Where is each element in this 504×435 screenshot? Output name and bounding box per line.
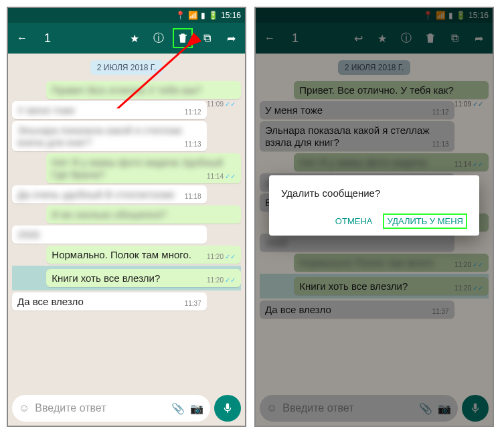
status-time: 15:16: [221, 11, 241, 20]
message-time: 11:20✓✓: [207, 276, 236, 284]
delete-for-me-button[interactable]: УДАЛИТЬ У МЕНЯ: [383, 213, 467, 229]
message-bubble[interactable]: Книги хоть все влезли?11:20✓✓: [46, 269, 241, 287]
message-input[interactable]: ☺ Введите ответ 📎 📷: [12, 395, 210, 422]
read-ticks-icon: ✓✓: [225, 253, 236, 260]
star-icon[interactable]: ★: [124, 28, 145, 48]
message-time: 11:12: [185, 108, 201, 116]
message-time: 11:09✓✓: [207, 100, 236, 108]
selection-toolbar: ← 1 ★ ⓘ ⧉ ➦: [8, 23, 245, 54]
dialog-title: Удалить сообщение?: [281, 187, 467, 199]
status-bar: 📍 📶 ▮ 🔋 15:16: [8, 8, 245, 23]
message-bubble[interactable]: 2500: [12, 226, 207, 244]
message-text: 2500: [17, 229, 39, 240]
location-icon: 📍: [175, 11, 185, 20]
message-time: 11:18: [185, 193, 201, 200]
forward-icon[interactable]: ➦: [221, 28, 241, 48]
battery-icon: 🔋: [208, 11, 218, 20]
message-text: Привет Все отлично У тебя как?: [52, 84, 201, 96]
mic-button[interactable]: [214, 395, 241, 422]
read-ticks-icon: ✓✓: [225, 100, 236, 108]
phone-screen-right: 📍 📶 ▮ 🔋 15:16 ← 1 ↩ ★ ⓘ ⧉ ➦ 2 ИЮЛЯ 2018 …: [254, 7, 494, 427]
message-time: 11:20✓✓: [207, 253, 236, 260]
phone-screen-left: 📍 📶 ▮ 🔋 15:16 ← 1 ★ ⓘ ⧉ ➦ 2 ИЮЛЯ 2018 Г.…: [7, 7, 246, 427]
attach-icon[interactable]: 📎: [171, 402, 185, 415]
message-bubble[interactable]: Эльнара показала какой я стеллаж взяла д…: [12, 121, 207, 151]
message-bubble[interactable]: У меня тоже11:12: [12, 101, 207, 119]
message-time: 11:37: [185, 300, 201, 307]
message-bubble[interactable]: Нормально. Полок там много.11:20✓✓: [46, 246, 241, 264]
message-text: Да очень удобный В стоплитхоме: [17, 189, 175, 200]
back-arrow-icon[interactable]: ←: [12, 28, 32, 48]
camera-icon[interactable]: 📷: [190, 402, 203, 415]
chat-body[interactable]: 2 ИЮЛЯ 2018 Г. Привет Все отлично У тебя…: [8, 54, 245, 391]
message-text: Да все влезло: [17, 296, 84, 307]
message-bubble[interactable]: Да все влезло11:37: [12, 292, 207, 311]
read-ticks-icon: ✓✓: [225, 173, 236, 180]
message-text: Нет Я у мамы фото видела Удобный Где бра…: [52, 157, 223, 180]
message-text: У меня тоже: [17, 104, 75, 116]
emoji-icon[interactable]: ☺: [19, 402, 29, 414]
date-chip: 2 ИЮЛЯ 2018 Г.: [90, 60, 163, 75]
message-time: 11:14✓✓: [207, 173, 236, 180]
message-text: Книги хоть все влезли?: [52, 272, 160, 284]
message-time: 11:13: [185, 141, 201, 148]
read-ticks-icon: ✓✓: [225, 276, 236, 284]
message-text: Эльнара показала какой я стеллаж взяла д…: [17, 124, 181, 148]
message-text: И во сколько обошелся?: [52, 209, 166, 220]
input-bar: ☺ Введите ответ 📎 📷: [8, 391, 245, 426]
delete-dialog: Удалить сообщение? ОТМЕНА УДАЛИТЬ У МЕНЯ: [269, 175, 479, 236]
message-bubble[interactable]: Нет Я у мамы фото видела Удобный Где бра…: [46, 153, 241, 183]
copy-icon[interactable]: ⧉: [197, 28, 217, 48]
cancel-button[interactable]: ОТМЕНА: [334, 213, 374, 229]
message-text: Нормально. Полок там много.: [52, 249, 191, 260]
delete-icon[interactable]: [173, 28, 193, 48]
signal-icon: ▮: [201, 11, 205, 20]
wifi-icon: 📶: [188, 11, 198, 20]
info-icon[interactable]: ⓘ: [149, 28, 169, 48]
message-bubble[interactable]: И во сколько обошелся?: [46, 205, 241, 224]
input-placeholder: Введите ответ: [35, 402, 166, 414]
message-bubble[interactable]: Да очень удобный В стоплитхоме11:18: [12, 185, 207, 203]
message-bubble[interactable]: Привет Все отлично У тебя как?11:09✓✓: [46, 81, 241, 99]
selection-count: 1: [36, 31, 120, 46]
